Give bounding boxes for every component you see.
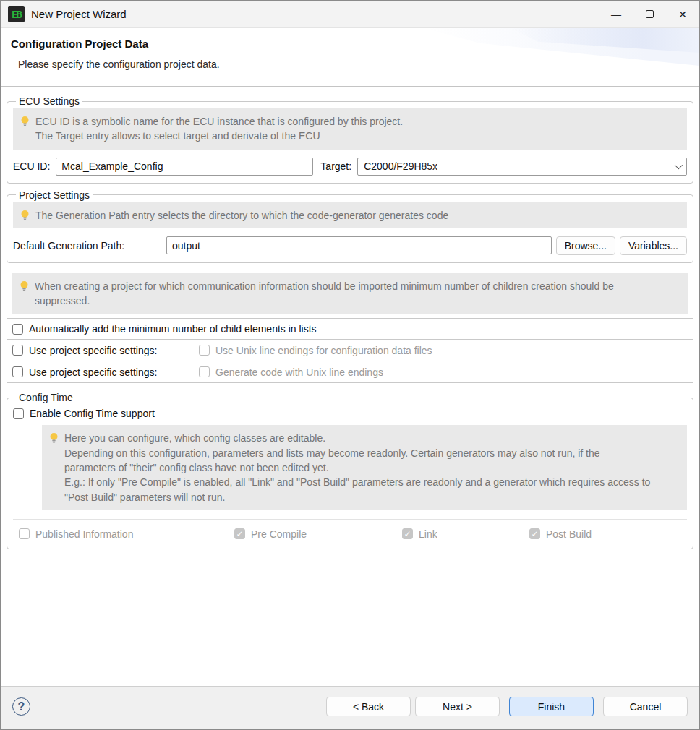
ecu-settings-info: ECU ID is a symbolic name for the ECU in… xyxy=(13,108,687,150)
variables-button[interactable]: Variables... xyxy=(620,236,687,255)
published-information-label: Published Information xyxy=(35,528,133,540)
link-label: Link xyxy=(419,528,438,540)
pre-compile-label: Pre Compile xyxy=(251,528,307,540)
target-selected-value: C2000/F29H85x xyxy=(364,160,438,172)
chevron-down-icon xyxy=(675,161,683,169)
post-build-checkbox: ✓ xyxy=(529,528,540,539)
maximize-icon xyxy=(646,10,654,18)
enable-config-time-row: Enable Config Time support xyxy=(13,408,687,419)
lightbulb-icon xyxy=(20,280,29,293)
finish-button[interactable]: Finish xyxy=(509,697,594,716)
close-button[interactable]: ✕ xyxy=(666,1,699,27)
browse-button[interactable]: Browse... xyxy=(556,236,615,255)
wizard-header: Configuration Project Data Please specif… xyxy=(1,28,699,86)
auto-add-children-label: Automatically add the minimum number of … xyxy=(29,323,317,335)
ecu-id-label: ECU ID: xyxy=(13,160,50,172)
pre-compile-checkbox: ✓ xyxy=(234,528,245,539)
use-project-specific-settings-label-2: Use project specific settings: xyxy=(29,366,157,378)
config-time-legend: Config Time xyxy=(16,392,76,403)
help-icon: ? xyxy=(18,700,25,713)
lightbulb-icon xyxy=(49,432,59,445)
communication-info-text: When creating a project for which commun… xyxy=(35,279,614,309)
next-button[interactable]: Next > xyxy=(415,697,500,716)
close-icon: ✕ xyxy=(678,9,687,20)
use-project-specific-settings-label-1: Use project specific settings: xyxy=(29,345,157,356)
use-project-specific-settings-checkbox-2[interactable] xyxy=(12,366,23,377)
config-time-group: Config Time Enable Config Time support H… xyxy=(7,392,693,549)
app-logo-icon: EB xyxy=(8,6,25,22)
communication-info: When creating a project for which commun… xyxy=(12,273,688,314)
project-specific-settings-row-1: Use project specific settings: Use Unix … xyxy=(7,340,693,361)
config-class-checkboxes: Published Information ✓ Pre Compile ✓ Li… xyxy=(13,519,687,540)
page-subtitle: Please specify the configuration project… xyxy=(1,50,699,70)
new-project-wizard-window: EB New Project Wizard — ✕ Configuration … xyxy=(0,0,700,730)
maximize-button[interactable] xyxy=(633,1,666,27)
post-build-label: Post Build xyxy=(546,528,592,540)
project-settings-group: Project Settings The Generation Path ent… xyxy=(7,189,693,263)
minimize-button[interactable]: — xyxy=(599,1,633,27)
generation-path-label: Default Generation Path: xyxy=(13,240,166,252)
lightbulb-icon xyxy=(20,116,30,128)
project-settings-legend: Project Settings xyxy=(16,189,93,201)
enable-config-time-checkbox[interactable] xyxy=(13,408,24,419)
page-title: Configuration Project Data xyxy=(1,28,699,50)
back-button[interactable]: < Back xyxy=(326,697,411,716)
use-project-specific-settings-checkbox-1[interactable] xyxy=(12,345,23,356)
generation-path-input[interactable] xyxy=(166,236,552,254)
project-specific-settings-row-2: Use project specific settings: Generate … xyxy=(7,361,693,383)
published-information-checkbox xyxy=(19,528,30,539)
ecu-id-input[interactable] xyxy=(56,158,313,176)
ecu-settings-info-text: ECU ID is a symbolic name for the ECU in… xyxy=(35,114,403,144)
enable-config-time-label: Enable Config Time support xyxy=(30,408,155,419)
lightbulb-icon xyxy=(20,210,30,222)
generate-code-unix-checkbox xyxy=(199,366,210,377)
minimize-icon: — xyxy=(611,9,621,20)
project-options: When creating a project for which commun… xyxy=(7,273,693,384)
auto-add-children-row: Automatically add the minimum number of … xyxy=(7,318,693,340)
cancel-button[interactable]: Cancel xyxy=(603,697,688,716)
config-time-info-text: Here you can configure, which config cla… xyxy=(64,431,650,504)
generate-code-unix-label: Generate code with Unix line endings xyxy=(215,366,383,378)
unix-line-endings-config-label: Use Unix line endings for configuration … xyxy=(215,345,432,356)
wizard-footer: ? < Back Next > Finish Cancel xyxy=(1,686,699,729)
config-time-info: Here you can configure, which config cla… xyxy=(42,425,687,510)
project-settings-info: The Generation Path entry selects the di… xyxy=(13,202,687,228)
title-bar: EB New Project Wizard — ✕ xyxy=(1,1,699,28)
wizard-content: ECU Settings ECU ID is a symbolic name f… xyxy=(1,87,699,686)
ecu-settings-legend: ECU Settings xyxy=(16,95,82,107)
link-checkbox: ✓ xyxy=(402,528,413,539)
window-title: New Project Wizard xyxy=(31,8,127,20)
auto-add-children-checkbox[interactable] xyxy=(12,324,23,335)
target-dropdown[interactable]: C2000/F29H85x xyxy=(357,158,687,176)
project-settings-info-text: The Generation Path entry selects the di… xyxy=(35,208,448,223)
target-label: Target: xyxy=(320,160,351,172)
unix-line-endings-config-checkbox xyxy=(199,345,210,356)
ecu-settings-group: ECU Settings ECU ID is a symbolic name f… xyxy=(7,95,693,184)
help-button[interactable]: ? xyxy=(12,697,30,716)
